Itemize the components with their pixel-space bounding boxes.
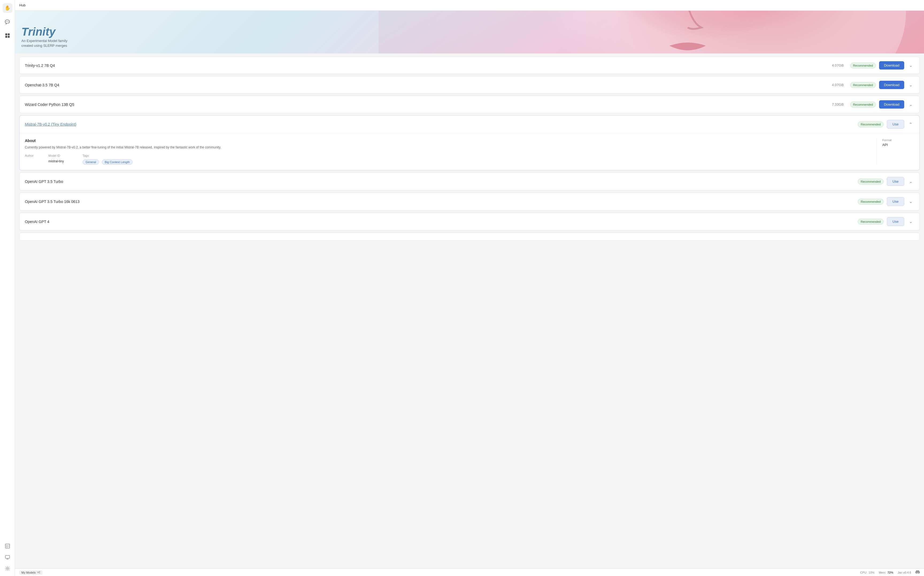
svg-rect-4: [5, 544, 10, 548]
badge-recommended-openchat: Recommended: [850, 82, 876, 88]
use-btn-mistral[interactable]: Use: [887, 120, 904, 129]
model-list: Trinity-v1.2 7B Q4 4.07GB Recommended Do…: [15, 53, 924, 244]
format-label: Format: [882, 139, 914, 142]
svg-rect-1: [8, 34, 10, 35]
download-btn-openchat[interactable]: Download: [879, 81, 904, 89]
download-btn-trinity[interactable]: Download: [879, 61, 904, 70]
statusbar: My Models ⌘E CPU: 10% Mem: 72% Jan v0.4.…: [15, 568, 924, 576]
my-models-button[interactable]: My Models ⌘E: [19, 570, 43, 574]
model-row-trinity: Trinity-v1.2 7B Q4 4.07GB Recommended Do…: [19, 57, 919, 74]
expand-btn-wizard[interactable]: ⌄: [907, 101, 914, 108]
svg-point-14: [597, 11, 815, 53]
badge-recommended-mistral: Recommended: [858, 122, 884, 127]
discord-icon: [916, 570, 920, 575]
badge-recommended-wizard: Recommended: [850, 102, 876, 107]
detail-about-title: About: [25, 139, 877, 143]
expand-btn-trinity[interactable]: ⌄: [907, 62, 914, 69]
sidebar-bottom: [3, 542, 12, 573]
model-name-mistral[interactable]: Mistral-7B-v0.2 (Tiny Endpoint): [25, 122, 848, 126]
svg-rect-2: [5, 36, 7, 38]
banner-title: Trinity: [21, 26, 67, 37]
chat-icon: 💬: [5, 19, 10, 24]
banner-subtitle: An Experimental Model family created usi…: [21, 38, 67, 48]
sidebar: ✋ 💬: [0, 0, 15, 576]
model-detail-mistral: About Currently powered by Mistral-7B-v0…: [19, 133, 919, 170]
model-card-gpt35: OpenAI GPT 3.5 Turbo Recommended Use ⌄: [19, 173, 920, 190]
model-card-mistral: Mistral-7B-v0.2 (Tiny Endpoint) Recommen…: [19, 115, 920, 170]
model-card-gpt35-16k: OpenAI GPT 3.5 Turbo 16k 0613 Recommende…: [19, 192, 920, 210]
banner-text: Trinity An Experimental Model family cre…: [21, 26, 67, 48]
tag-big-context: Big Context Length: [102, 159, 133, 165]
tag-general: General: [83, 159, 99, 165]
mem-status: Mem: 72%: [879, 571, 894, 574]
model-card-openchat: Openchat-3.5 7B Q4 4.07GB Recommended Do…: [19, 76, 920, 94]
model-row-gpt35: OpenAI GPT 3.5 Turbo Recommended Use ⌄: [19, 173, 919, 190]
content-area: Trinity An Experimental Model family cre…: [15, 11, 924, 568]
svg-rect-0: [5, 34, 7, 35]
model-card-trinity: Trinity-v1.2 7B Q4 4.07GB Recommended Do…: [19, 57, 920, 74]
sidebar-icon-chat[interactable]: 💬: [3, 17, 12, 27]
cpu-status: CPU: 10%: [860, 571, 874, 574]
use-btn-gpt35[interactable]: Use: [887, 177, 904, 186]
sidebar-monitor-icon[interactable]: [3, 553, 12, 562]
svg-rect-3: [8, 36, 10, 38]
expand-btn-mistral[interactable]: ⌄: [907, 121, 914, 128]
badge-recommended-gpt35: Recommended: [858, 179, 884, 184]
svg-point-11: [7, 568, 8, 569]
statusbar-right: CPU: 10% Mem: 72% Jan v0.4.6: [860, 570, 920, 575]
use-btn-gpt4[interactable]: Use: [887, 217, 904, 226]
hand-icon: ✋: [5, 5, 10, 11]
model-name-trinity: Trinity-v1.2 7B Q4: [25, 63, 828, 68]
badge-recommended-gpt35-16k: Recommended: [858, 199, 884, 205]
badge-recommended-trinity: Recommended: [850, 62, 876, 69]
model-name-gpt4: OpenAI GPT 4: [25, 219, 848, 224]
model-name-gpt35-16k: OpenAI GPT 3.5 Turbo 16k 0613: [25, 200, 848, 204]
model-id-value: mistral-tiny: [48, 159, 80, 163]
model-size-trinity: 4.07GB: [832, 63, 844, 67]
tags-container: General Big Context Length: [83, 159, 877, 165]
tags-label: Tags: [83, 154, 877, 157]
sidebar-table-icon[interactable]: [3, 542, 12, 550]
author-label: Author: [25, 154, 46, 157]
model-card-wizard: Wizard Coder Python 13B Q5 7.33GB Recomm…: [19, 96, 920, 113]
topbar: Hub: [15, 0, 924, 11]
model-name-wizard: Wizard Coder Python 13B Q5: [25, 102, 828, 107]
model-name-openchat: Openchat-3.5 7B Q4: [25, 83, 828, 87]
detail-left-mistral: About Currently powered by Mistral-7B-v0…: [25, 139, 877, 165]
model-size-wizard: 7.33GB: [832, 102, 844, 106]
model-card-gpt4: OpenAI GPT 4 Recommended Use ⌄: [19, 213, 920, 230]
banner-decoration: [379, 11, 924, 53]
model-id-label: Model ID: [48, 154, 80, 157]
main-panel: Hub Trinity An Experimental Model family…: [15, 0, 924, 576]
trinity-banner: Trinity An Experimental Model family cre…: [15, 11, 924, 53]
grid-icon: [5, 33, 10, 39]
use-btn-gpt35-16k[interactable]: Use: [887, 197, 904, 206]
model-row-gpt35-16k: OpenAI GPT 3.5 Turbo 16k 0613 Recommende…: [19, 193, 919, 210]
statusbar-left: My Models ⌘E: [19, 570, 43, 574]
sidebar-settings-icon[interactable]: [3, 564, 12, 573]
model-row-wizard: Wizard Coder Python 13B Q5 7.33GB Recomm…: [19, 96, 919, 113]
model-row-gpt4: OpenAI GPT 4 Recommended Use ⌄: [19, 213, 919, 230]
model-row-mistral: Mistral-7B-v0.2 (Tiny Endpoint) Recommen…: [19, 115, 919, 133]
version-info: Jan v0.4.6: [898, 571, 911, 574]
detail-meta-mistral: Author Model ID Tags mistral-tiny Genera…: [25, 154, 877, 165]
model-row-openchat: Openchat-3.5 7B Q4 4.07GB Recommended Do…: [19, 77, 919, 93]
my-models-label: My Models: [21, 571, 35, 574]
badge-recommended-gpt4: Recommended: [858, 219, 884, 225]
expand-btn-gpt35-16k[interactable]: ⌄: [907, 198, 914, 205]
model-row-partial: Download: [19, 233, 919, 241]
sidebar-icon-grid[interactable]: [3, 31, 12, 41]
sidebar-icon-hand[interactable]: ✋: [3, 3, 12, 13]
my-models-shortcut: ⌘E: [37, 571, 40, 574]
expand-btn-gpt4[interactable]: ⌄: [907, 218, 914, 225]
expand-btn-gpt35[interactable]: ⌄: [907, 178, 914, 185]
author-value: [25, 159, 46, 163]
svg-rect-8: [5, 555, 10, 558]
format-value: API: [882, 143, 914, 147]
model-size-openchat: 4.07GB: [832, 83, 844, 87]
model-card-partial: Download: [19, 233, 920, 241]
model-name-gpt35: OpenAI GPT 3.5 Turbo: [25, 179, 848, 184]
expand-btn-openchat[interactable]: ⌄: [907, 81, 914, 88]
download-btn-wizard[interactable]: Download: [879, 100, 904, 109]
detail-right-mistral: Format API: [877, 139, 914, 165]
